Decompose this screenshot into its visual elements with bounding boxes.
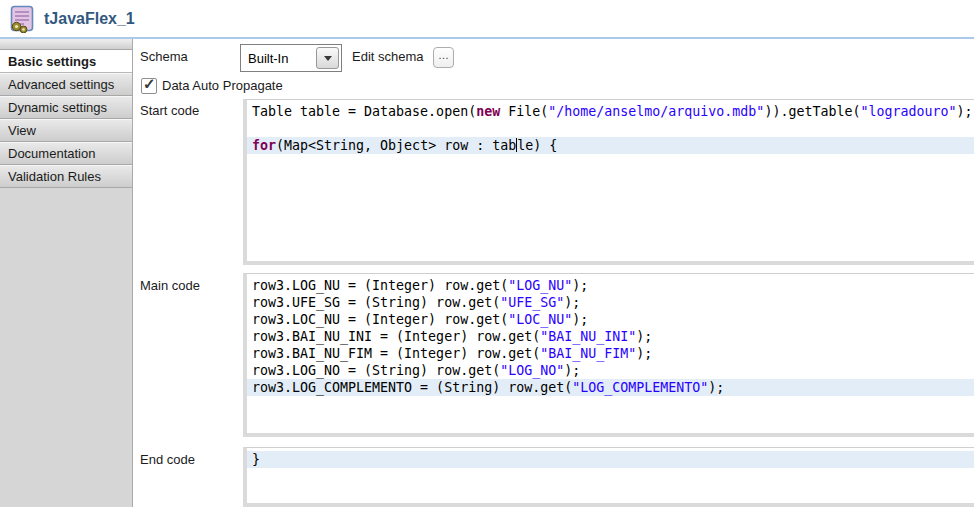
code-segment-string: "LOG_NU" [508, 278, 572, 293]
code-segment-plain: (Map<String, Object> row : tab [276, 138, 516, 153]
tab-basic-settings[interactable]: Basic settings [0, 50, 132, 73]
start-code-editor[interactable]: Table table = Database.open(new File("/h… [243, 99, 974, 265]
code-segment-plain: ); [636, 329, 652, 344]
code-segment-plain: } [252, 452, 260, 467]
code-segment-plain: ); [572, 312, 588, 327]
main-code-editor[interactable]: row3.LOG_NU = (Integer) row.get("LOG_NU"… [243, 273, 974, 437]
code-line: row3.LOC_NU = (Integer) row.get("LOC_NU"… [247, 311, 974, 328]
chevron-down-icon [324, 56, 332, 61]
code-line: row3.UFE_SG = (String) row.get("UFE_SG")… [247, 294, 974, 311]
schema-label: Schema [140, 49, 188, 64]
component-title: tJavaFlex_1 [44, 10, 135, 28]
tab-view[interactable]: View [0, 119, 132, 142]
tab-documentation[interactable]: Documentation [0, 142, 132, 165]
code-segment-string: "LOC_NU" [508, 312, 572, 327]
code-segment-plain: ); [564, 363, 580, 378]
tab-advanced-settings[interactable]: Advanced settings [0, 73, 132, 96]
code-segment-keyword: for [252, 138, 276, 153]
code-segment-string: "LOG_COMPLEMENTO" [572, 380, 708, 395]
code-segment-plain: ); [572, 278, 588, 293]
edit-schema-label: Edit schema [352, 49, 424, 64]
schema-combobox[interactable]: Built-In [240, 44, 342, 72]
code-segment-plain: row3.LOC_NU = (Integer) row.get( [252, 312, 508, 327]
code-line: for(Map<String, Object> row : table) { [247, 137, 974, 154]
code-line: row3.LOG_NU = (Integer) row.get("LOG_NU"… [247, 277, 974, 294]
code-line [247, 120, 974, 137]
combo-dropdown-button[interactable] [316, 47, 339, 69]
code-segment-plain: )).getTable( [764, 104, 860, 119]
schema-combobox-value: Built-In [241, 51, 316, 66]
code-segment-plain: row3.LOG_NU = (Integer) row.get( [252, 278, 508, 293]
code-segment-plain: row3.BAI_NU_INI = (Integer) row.get( [252, 329, 540, 344]
settings-tab-list: Basic settings Advanced settings Dynamic… [0, 39, 133, 507]
code-segment-plain: ); [564, 295, 580, 310]
code-segment-string: "BAI_NU_FIM" [540, 346, 636, 361]
code-segment-plain: row3.LOG_NO = (String) row.get( [252, 363, 500, 378]
tjavaflex-component-icon [8, 5, 36, 33]
tab-dynamic-settings[interactable]: Dynamic settings [0, 96, 132, 119]
component-header: tJavaFlex_1 [0, 0, 974, 39]
code-line: row3.LOG_NO = (String) row.get("LOG_NO")… [247, 362, 974, 379]
code-line: Table table = Database.open(new File("/h… [247, 103, 974, 120]
code-segment-plain: File( [500, 104, 548, 119]
end-code-label: End code [140, 452, 195, 467]
end-code-editor[interactable]: } [243, 447, 974, 507]
code-line: } [247, 451, 974, 468]
code-segment-plain: le) { [517, 138, 557, 153]
start-code-label: Start code [140, 103, 199, 118]
tab-validation-rules[interactable]: Validation Rules [0, 165, 132, 188]
data-auto-propagate-label: Data Auto Propagate [162, 78, 283, 93]
code-line: row3.LOG_COMPLEMENTO = (String) row.get(… [247, 379, 974, 396]
sidebar-filler [0, 188, 132, 468]
code-segment-plain: Table table = Database.open( [252, 104, 476, 119]
tab-strip-partial [0, 39, 132, 50]
code-segment-plain: row3.BAI_NU_FIM = (Integer) row.get( [252, 346, 540, 361]
code-segment-string: "/home/anselmo/arquivo.mdb" [548, 104, 764, 119]
component-settings-panel: tJavaFlex_1 Basic settings Advanced sett… [0, 0, 974, 507]
main-code-label: Main code [140, 278, 200, 293]
code-segment-plain: row3.UFE_SG = (String) row.get( [252, 295, 500, 310]
code-segment-plain: ); [957, 104, 973, 119]
code-segment-keyword: new [476, 104, 500, 119]
code-segment-string: "LOG_NO" [500, 363, 564, 378]
code-segment-plain: row3.LOG_COMPLEMENTO = (String) row.get( [252, 380, 572, 395]
code-segment-plain: ); [708, 380, 724, 395]
code-line: row3.BAI_NU_FIM = (Integer) row.get("BAI… [247, 345, 974, 362]
code-segment-string: "UFE_SG" [500, 295, 564, 310]
code-line: row3.BAI_NU_INI = (Integer) row.get("BAI… [247, 328, 974, 345]
code-segment-plain: ); [636, 346, 652, 361]
code-segment-string: "BAI_NU_INI" [540, 329, 636, 344]
edit-schema-button[interactable]: … [433, 47, 454, 68]
data-auto-propagate-checkbox[interactable] [141, 78, 157, 94]
code-segment-string: "logradouro" [860, 104, 956, 119]
